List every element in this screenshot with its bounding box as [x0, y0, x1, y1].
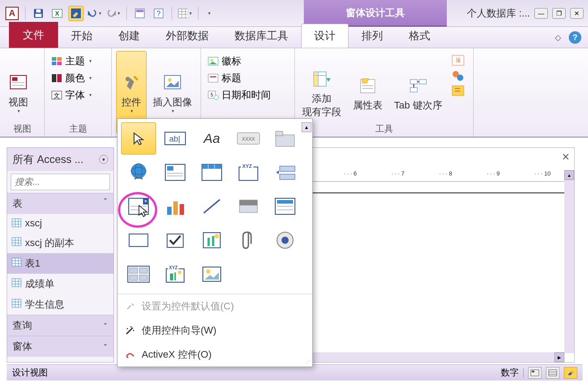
- close-button[interactable]: ✕: [570, 8, 584, 19]
- svg-rect-99: [280, 174, 295, 179]
- design-icon[interactable]: [68, 6, 84, 21]
- datetime-icon: 5: [207, 90, 219, 100]
- control-button[interactable]: XXXX: [231, 122, 266, 154]
- svg-rect-32: [208, 74, 218, 82]
- form-icon[interactable]: [132, 6, 147, 21]
- excel-icon[interactable]: X: [50, 6, 65, 21]
- canvas-close-button[interactable]: ✕: [562, 151, 570, 163]
- database-name: 个人数据库 :...: [467, 7, 530, 20]
- logo-button[interactable]: 徽标: [206, 54, 290, 69]
- control-checkbox[interactable]: [158, 224, 193, 256]
- svg-point-130: [206, 269, 210, 274]
- themes-button[interactable]: 主题▼: [49, 54, 107, 69]
- control-pagebreak[interactable]: [268, 156, 302, 188]
- nav-item-table[interactable]: 学生信息: [7, 294, 113, 315]
- tab-order-button[interactable]: Tab 键次序: [391, 53, 445, 134]
- tab-external[interactable]: 外部数据: [153, 24, 222, 48]
- restore-button[interactable]: ❐: [552, 8, 566, 19]
- fonts-button[interactable]: 文 字体▼: [49, 88, 107, 103]
- control-subform[interactable]: [121, 258, 156, 290]
- control-rectangle[interactable]: [121, 224, 156, 256]
- svg-rect-122: [139, 268, 147, 273]
- svg-point-134: [126, 356, 128, 358]
- refresh-icon[interactable]: ?: [151, 6, 166, 21]
- menu-use-wizard[interactable]: 使用控件向导(W): [118, 318, 312, 342]
- convert-icon[interactable]: [451, 85, 465, 96]
- control-select[interactable]: [121, 122, 156, 154]
- control-hyperlink[interactable]: [121, 156, 156, 188]
- nav-item-table[interactable]: 成绩单: [7, 274, 113, 294]
- subform-icon[interactable]: 属: [451, 54, 465, 66]
- view-design-button[interactable]: [564, 367, 577, 379]
- control-optionbutton[interactable]: [268, 224, 302, 256]
- datetime-button[interactable]: 5 日期和时间: [206, 88, 290, 103]
- app-icon[interactable]: A: [4, 6, 20, 21]
- cursor-icon: [137, 205, 149, 218]
- search-input[interactable]: [11, 174, 110, 190]
- tab-create[interactable]: 创建: [105, 24, 153, 48]
- tab-order-label: Tab 键次序: [394, 99, 442, 112]
- tab-file[interactable]: 文件: [9, 22, 58, 48]
- nav-group-tables[interactable]: 表 ⌃: [7, 193, 113, 214]
- view-form-button[interactable]: [528, 367, 542, 379]
- svg-point-36: [214, 95, 218, 100]
- minimize-ribbon-icon[interactable]: ◇: [552, 31, 564, 44]
- menu-activex[interactable]: ActiveX 控件(O): [118, 342, 312, 367]
- context-tab-title: 窗体设计工具: [304, 0, 447, 27]
- nav-dropdown-icon[interactable]: ▼: [99, 155, 108, 164]
- nav-group-forms[interactable]: 窗体 ⌄: [7, 336, 113, 357]
- undo-button[interactable]: ▼: [87, 6, 102, 21]
- svg-rect-136: [532, 371, 534, 372]
- view-datasheet-button[interactable]: [546, 367, 559, 379]
- code-icon[interactable]: [451, 70, 465, 81]
- control-label[interactable]: Aa: [194, 122, 229, 154]
- menu-set-default: 设置为控件默认值(C): [118, 294, 312, 318]
- control-image[interactable]: [194, 258, 229, 290]
- control-listbox[interactable]: [268, 190, 302, 222]
- tab-dbtools[interactable]: 数据库工具: [222, 24, 301, 48]
- tab-arrange[interactable]: 排列: [349, 24, 396, 48]
- control-textbox[interactable]: ab|: [158, 122, 193, 154]
- control-navigation[interactable]: [194, 156, 229, 188]
- datasheet-icon[interactable]: ▼: [177, 6, 193, 21]
- qat-customize[interactable]: ▼: [205, 8, 214, 18]
- view-button[interactable]: 视图 ▼: [4, 51, 32, 134]
- control-chart[interactable]: [158, 190, 193, 222]
- nav-header[interactable]: 所有 Access ... ▼: [7, 148, 113, 171]
- tab-home[interactable]: 开始: [58, 24, 105, 48]
- control-webbrowser[interactable]: [158, 156, 193, 188]
- activex-icon: [125, 349, 135, 360]
- scroll-up-button[interactable]: ▲: [564, 170, 574, 180]
- control-toggle[interactable]: [231, 190, 266, 222]
- resize-grip-icon[interactable]: ⋰: [306, 359, 311, 365]
- control-line[interactable]: [194, 190, 229, 222]
- redo-button[interactable]: ▼: [106, 6, 121, 21]
- control-tab[interactable]: [268, 122, 302, 154]
- navigation-pane: 所有 Access ... ▼ 表 ⌃ xscj xscj 的副本 表1 成绩单…: [7, 147, 114, 363]
- group-label-theme: 主题: [45, 123, 111, 135]
- save-button[interactable]: [31, 6, 46, 21]
- nav-item-table[interactable]: xscj 的副本: [7, 233, 113, 253]
- collapse-icon: ⌄: [103, 340, 108, 353]
- property-sheet-button[interactable]: 属性表: [350, 53, 385, 134]
- svg-point-50: [457, 75, 463, 81]
- svg-rect-72: [12, 299, 21, 307]
- svg-rect-137: [549, 370, 557, 376]
- colors-button[interactable]: 颜色▼: [49, 71, 107, 86]
- title-button[interactable]: 标题: [206, 71, 290, 86]
- svg-rect-23: [52, 74, 56, 82]
- svg-rect-22: [57, 62, 62, 65]
- nav-group-queries[interactable]: 查询 ⌄: [7, 315, 113, 336]
- vertical-scrollbar[interactable]: ▲: [564, 170, 574, 353]
- scroll-right-button[interactable]: ▶: [554, 352, 564, 362]
- tab-design[interactable]: 设计: [301, 24, 349, 48]
- tab-format[interactable]: 格式: [396, 24, 443, 48]
- nav-item-table[interactable]: 表1: [7, 253, 113, 274]
- control-unboundobject[interactable]: [194, 224, 229, 256]
- control-attachment[interactable]: [231, 224, 266, 256]
- control-boundobject[interactable]: XYZ: [158, 258, 193, 290]
- nav-item-table[interactable]: xscj: [7, 214, 113, 233]
- control-optiongroup[interactable]: XYZ: [231, 156, 266, 188]
- help-button[interactable]: ?: [569, 31, 581, 44]
- minimize-button[interactable]: —: [534, 8, 548, 19]
